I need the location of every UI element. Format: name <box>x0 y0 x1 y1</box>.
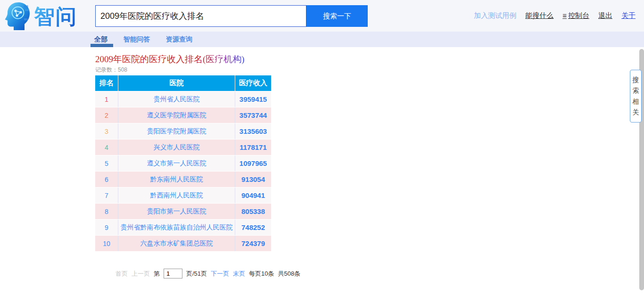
nav-join-test-case[interactable]: 加入测试用例 <box>474 11 516 20</box>
hospital-link[interactable]: 贵州省人民医院 <box>118 91 235 107</box>
table-row: 5遵义市第一人民医院1097965 <box>95 156 271 171</box>
pagination-page-prefix: 第 <box>154 270 160 278</box>
hamburger-menu-icon: ≡ <box>562 11 567 19</box>
hospital-link[interactable]: 六盘水市水矿集团总医院 <box>118 236 235 251</box>
pagination-last[interactable]: 末页 <box>233 270 245 278</box>
result-title: 2009年医院的医疗收入排名(医疗机构) <box>95 53 245 66</box>
nav-what-can-search[interactable]: 能搜什么 <box>525 11 553 20</box>
revenue-cell: 3573744 <box>235 107 271 123</box>
pagination: 首页 上一页 第 页/51页 下一页 末页 每页10条 共508条 <box>116 269 300 279</box>
rank-cell: 4 <box>95 139 118 155</box>
table-body: 1贵州省人民医院39594152遵义医学院附属医院35737443贵阳医学院附属… <box>95 91 271 251</box>
rank-cell: 10 <box>95 236 118 251</box>
revenue-cell: 805338 <box>235 204 271 219</box>
svg-text:001: 001 <box>24 18 28 21</box>
logo-text: 智问 <box>34 3 77 31</box>
table-row: 2遵义医学院附属医院3573744 <box>95 107 271 123</box>
table-row: 9贵州省黔南布依族苗族自治州人民医院748252 <box>95 220 271 235</box>
tab-bar: 全部 智能问答 资源查询 <box>0 32 644 47</box>
nav-console[interactable]: ≡控制台 <box>562 11 589 20</box>
hospital-link[interactable]: 贵阳市第一人民医院 <box>118 204 235 219</box>
table-row: 1贵州省人民医院3959415 <box>95 91 271 107</box>
table-header-row: 排名 医院 医疗收入 <box>95 75 271 91</box>
search-button[interactable]: 搜索一下 <box>306 5 368 27</box>
revenue-cell: 913054 <box>235 172 271 187</box>
revenue-cell: 1178171 <box>235 139 271 155</box>
ranking-table: 排名 医院 医疗收入 1贵州省人民医院39594152遵义医学院附属医院3573… <box>95 75 271 251</box>
table-row: 4兴义市人民医院1178171 <box>95 139 271 155</box>
rank-cell: 1 <box>95 91 118 107</box>
app-logo[interactable]: 101 110 001 智问 <box>4 1 77 32</box>
main-content: 2009年医院的医疗收入排名(医疗机构) 记录数：508 排名 医院 医疗收入 … <box>0 47 644 295</box>
nav-about[interactable]: 关于 <box>621 11 636 20</box>
hospital-link[interactable]: 贵州省黔南布依族苗族自治州人民医院 <box>118 220 235 235</box>
pagination-per-page: 每页10条 <box>249 270 274 278</box>
rank-cell: 5 <box>95 156 118 171</box>
hospital-link[interactable]: 黔西南州人民医院 <box>118 188 235 203</box>
tab-smart-qa[interactable]: 智能问答 <box>124 35 150 44</box>
rank-cell: 8 <box>95 204 118 219</box>
col-header-revenue: 医疗收入 <box>235 75 271 91</box>
rank-cell: 3 <box>95 123 118 139</box>
svg-text:110: 110 <box>25 8 29 11</box>
header: 101 110 001 智问 搜索一下 加入测试用例 能搜什么 ≡控制台 退出 … <box>0 0 644 32</box>
revenue-cell: 748252 <box>235 220 271 235</box>
tab-all[interactable]: 全部 <box>94 35 107 44</box>
record-count: 记录数：508 <box>95 66 127 74</box>
rank-cell: 6 <box>95 172 118 187</box>
rank-cell: 9 <box>95 220 118 235</box>
pagination-first[interactable]: 首页 <box>116 270 128 278</box>
table-row: 8贵阳市第一人民医院805338 <box>95 204 271 219</box>
table-row: 6黔东南州人民医院913054 <box>95 172 271 187</box>
rank-cell: 7 <box>95 188 118 203</box>
pagination-page-suffix: 页/51页 <box>186 270 207 278</box>
revenue-cell: 3135603 <box>235 123 271 139</box>
brain-head-logo-icon: 101 110 001 <box>4 1 31 32</box>
hospital-link[interactable]: 遵义医学院附属医院 <box>118 107 235 123</box>
svg-text:101: 101 <box>24 5 29 8</box>
hospital-link[interactable]: 遵义市第一人民医院 <box>118 156 235 171</box>
pagination-page-input[interactable] <box>164 269 182 279</box>
pagination-next[interactable]: 下一页 <box>211 270 229 278</box>
revenue-cell: 1097965 <box>235 156 271 171</box>
pagination-prev[interactable]: 上一页 <box>132 270 150 278</box>
col-header-rank: 排名 <box>95 75 118 91</box>
active-tab-underline <box>91 44 113 47</box>
revenue-cell: 3959415 <box>235 91 271 107</box>
pagination-total: 共508条 <box>278 270 301 278</box>
result-title-category: (医疗机构) <box>203 54 245 64</box>
search-related-panel[interactable]: 搜索相关 <box>630 70 642 123</box>
rank-cell: 2 <box>95 107 118 123</box>
table-row: 7黔西南州人民医院904941 <box>95 188 271 203</box>
hospital-link[interactable]: 兴义市人民医院 <box>118 139 235 155</box>
top-nav: 加入测试用例 能搜什么 ≡控制台 退出 关于 <box>474 11 636 20</box>
hospital-link[interactable]: 黔东南州人民医院 <box>118 172 235 187</box>
tab-resource-query[interactable]: 资源查询 <box>166 35 192 44</box>
hospital-link[interactable]: 贵阳医学院附属医院 <box>118 123 235 139</box>
revenue-cell: 904941 <box>235 188 271 203</box>
col-header-hospital: 医院 <box>118 75 235 91</box>
revenue-cell: 724379 <box>235 236 271 251</box>
nav-logout[interactable]: 退出 <box>598 11 612 20</box>
search-input[interactable] <box>95 5 306 27</box>
table-row: 10六盘水市水矿集团总医院724379 <box>95 236 271 251</box>
table-row: 3贵阳医学院附属医院3135603 <box>95 123 271 139</box>
